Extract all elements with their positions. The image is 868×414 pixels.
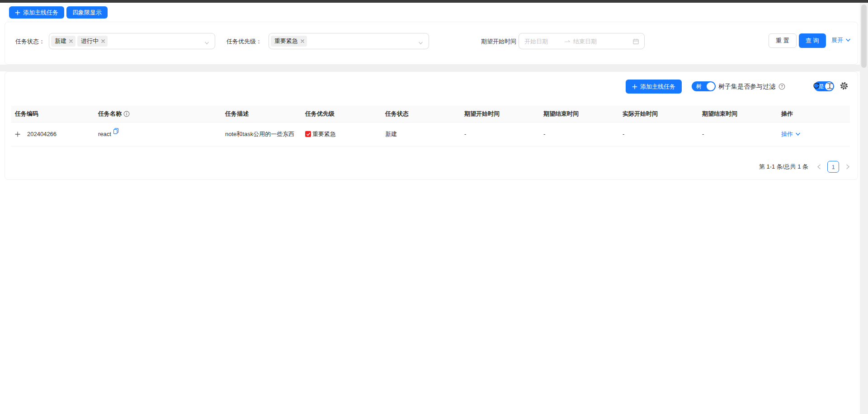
- status-tag-new: 新建: [51, 36, 75, 47]
- calendar-icon: [632, 38, 639, 45]
- switch-knob: [707, 82, 715, 90]
- scrollbar-thumb[interactable]: [861, 5, 867, 68]
- row-action-dropdown[interactable]: 操作: [781, 130, 801, 139]
- close-icon[interactable]: [69, 39, 73, 43]
- priority-check-icon: [305, 131, 311, 137]
- tree-filter-label: 树子集是否参与过滤: [718, 83, 775, 91]
- pagination-summary: 第 1-1 条/总共 1 条: [759, 163, 808, 171]
- reload-icon[interactable]: [812, 82, 820, 90]
- add-main-task-label: 添加主线任务: [640, 83, 675, 91]
- info-circle-icon[interactable]: [123, 111, 130, 117]
- top-action-bar: 添加主线任务 四象限显示: [0, 3, 868, 22]
- task-table-panel: 添加主线任务 树 树子集是否参与过滤 ? 是 任务编码: [5, 71, 858, 180]
- reset-button[interactable]: 重 置: [769, 33, 797, 48]
- tree-mode-switch[interactable]: 树: [692, 81, 716, 91]
- add-main-task-button-top[interactable]: 添加主线任务: [9, 6, 64, 19]
- table-header-row: 任务编码 任务名称 任务描述 任务优先级 任务状态 期望开始时间 期望结束时间 …: [11, 106, 850, 122]
- tag-label: 重要紧急: [274, 37, 298, 45]
- plus-icon: [15, 10, 20, 15]
- tag-label: 进行中: [81, 37, 99, 45]
- task-status-select[interactable]: 新建 进行中: [49, 33, 215, 49]
- quadrant-display-button[interactable]: 四象限显示: [66, 6, 108, 19]
- plus-icon: [632, 84, 637, 89]
- svg-text:?: ?: [781, 84, 783, 89]
- pagination: 第 1-1 条/总共 1 条 1: [759, 161, 853, 173]
- col-expected-start: 期望开始时间: [461, 106, 540, 122]
- expected-start-value: -: [461, 122, 540, 146]
- end-date-input[interactable]: [573, 38, 632, 45]
- chevron-down-icon: [795, 132, 801, 137]
- actual-start-value: -: [619, 122, 698, 146]
- expand-link[interactable]: 展开: [831, 36, 851, 44]
- task-priority: 重要紧急: [312, 130, 336, 139]
- add-main-task-label: 添加主线任务: [23, 9, 58, 17]
- scrollbar[interactable]: [860, 3, 868, 414]
- chevron-down-icon: [418, 39, 423, 47]
- next-page-icon[interactable]: [843, 161, 853, 173]
- question-circle-icon[interactable]: ?: [778, 83, 785, 90]
- filter-panel: 任务状态： 新建 进行中 任务优先级： 重要紧急 期望开始: [5, 22, 858, 65]
- priority-tag-important-urgent: 重要紧急: [271, 36, 307, 47]
- section-divider: [0, 65, 860, 71]
- copy-icon[interactable]: [113, 128, 119, 137]
- col-actual-start: 实际开始时间: [619, 106, 698, 122]
- expected-end-value-2: -: [698, 122, 778, 146]
- col-actions: 操作: [778, 106, 850, 122]
- task-table: 任务编码 任务名称 任务描述 任务优先级 任务状态 期望开始时间 期望结束时间 …: [11, 106, 850, 146]
- start-date-input[interactable]: [524, 38, 561, 45]
- status-tag-inprogress: 进行中: [77, 36, 108, 47]
- chevron-down-icon: [204, 39, 209, 47]
- page-1-button[interactable]: 1: [827, 161, 839, 173]
- column-height-icon[interactable]: [826, 83, 833, 89]
- expand-label: 展开: [831, 36, 843, 44]
- expected-start-time-label: 期望开始时间: [481, 38, 516, 46]
- col-task-name: 任务名称: [94, 106, 222, 122]
- query-button[interactable]: 查 询: [799, 33, 826, 48]
- tag-label: 新建: [55, 37, 66, 45]
- add-main-task-button-table[interactable]: 添加主线任务: [626, 80, 682, 94]
- task-status: 新建: [382, 122, 461, 146]
- col-task-description: 任务描述: [222, 106, 302, 122]
- chevron-down-icon: [845, 38, 851, 43]
- col-task-status: 任务状态: [382, 106, 461, 122]
- action-label: 操作: [781, 130, 793, 139]
- gear-icon[interactable]: [840, 82, 848, 90]
- quadrant-display-label: 四象限显示: [72, 9, 102, 17]
- col-expected-end-2: 期望结束时间: [698, 106, 778, 122]
- close-icon[interactable]: [101, 39, 105, 43]
- close-icon[interactable]: [300, 39, 305, 43]
- arrow-right-icon: [564, 38, 571, 44]
- task-priority-select[interactable]: 重要紧急: [269, 33, 429, 49]
- expected-end-value: -: [540, 122, 619, 146]
- task-code: 202404266: [27, 130, 57, 139]
- prev-page-icon[interactable]: [814, 161, 824, 173]
- table-row: 202404266 react note和task公用的一些东西 重要紧急: [11, 122, 850, 146]
- expected-start-range-picker[interactable]: [519, 33, 645, 49]
- row-expand-icon[interactable]: [15, 132, 20, 137]
- task-name: react: [98, 131, 111, 137]
- task-priority-label: 任务优先级：: [226, 38, 262, 46]
- task-status-label: 任务状态：: [15, 38, 45, 46]
- col-task-code: 任务编码: [11, 106, 94, 122]
- task-description: note和task公用的一些东西: [222, 122, 302, 146]
- col-expected-end: 期望结束时间: [540, 106, 619, 122]
- col-task-priority: 任务优先级: [302, 106, 382, 122]
